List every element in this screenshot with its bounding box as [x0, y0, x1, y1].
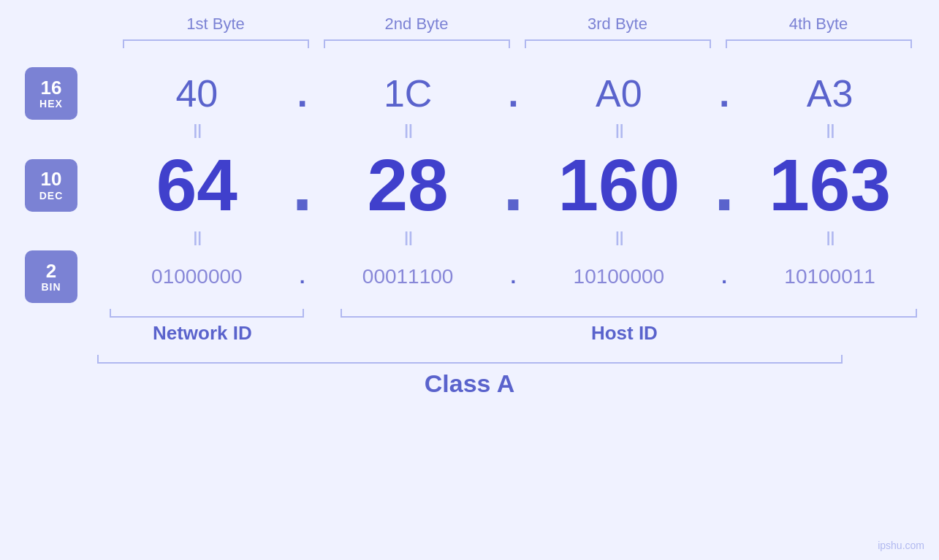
host-id-label: Host ID — [324, 322, 924, 345]
byte3-header: 3rd Byte — [517, 15, 718, 39]
dec-val-1: 64 — [102, 143, 292, 227]
hex-dot-1: . — [292, 72, 313, 115]
bottom-bracket-row — [102, 309, 924, 318]
bottom-labels-row: Network ID Host ID — [0, 309, 939, 345]
eq-1-3: II — [525, 120, 714, 143]
hex-dot-2: . — [503, 72, 525, 115]
dec-dot-2: . — [503, 143, 525, 227]
network-id-label: Network ID — [102, 322, 303, 345]
eq-2-2: II — [313, 227, 503, 250]
eq-2-3: II — [525, 227, 714, 250]
hex-badge-area: 16 HEX — [0, 67, 102, 120]
bracket-byte3 — [525, 39, 711, 48]
byte2-header: 2nd Byte — [316, 15, 517, 39]
eq-area-2: II II II II — [102, 227, 939, 250]
hex-badge-label: HEX — [39, 98, 63, 110]
hex-val-2: 1C — [313, 72, 503, 115]
dec-badge-num: 10 — [41, 169, 62, 190]
eq-1-2: II — [313, 120, 503, 143]
equals-row-1: II II II II — [0, 120, 939, 143]
hex-badge: 16 HEX — [25, 67, 77, 120]
dec-row: 10 DEC 64 . 28 . 160 . 163 — [0, 143, 939, 227]
bin-badge-area: 2 BIN — [0, 250, 102, 303]
dec-badge-label: DEC — [39, 190, 64, 202]
dot-spacer-b2 — [303, 322, 324, 345]
byte1-header: 1st Byte — [115, 15, 316, 39]
bin-val-2: 00011100 — [313, 265, 503, 288]
eq-2-4: II — [735, 227, 924, 250]
bracket-byte4 — [726, 39, 912, 48]
bin-dot-1: . — [292, 265, 313, 288]
class-row: Class A — [0, 355, 939, 398]
bracket-byte1 — [123, 39, 309, 48]
dec-val-4: 163 — [735, 143, 924, 227]
bin-badge: 2 BIN — [25, 250, 77, 303]
label-text-row: Network ID Host ID — [102, 322, 924, 345]
hex-val-4: A3 — [735, 72, 924, 115]
bin-dot-3: . — [713, 265, 735, 288]
eq-2-1: II — [102, 227, 292, 250]
bin-badge-label: BIN — [41, 281, 61, 293]
dec-badge: 10 DEC — [25, 159, 77, 212]
bin-badge-num: 2 — [46, 261, 56, 282]
hex-val-1: 40 — [102, 72, 292, 115]
hex-val-3: A0 — [525, 72, 714, 115]
bin-row: 2 BIN 01000000 . 00011100 . 10100000 . 1… — [0, 250, 939, 303]
dec-dot-1: . — [292, 143, 313, 227]
hex-dot-3: . — [713, 72, 735, 115]
dec-values-area: 64 . 28 . 160 . 163 — [102, 143, 939, 227]
dec-dot-3: . — [713, 143, 735, 227]
bin-dot-2: . — [503, 265, 525, 288]
eq-area-1: II II II II — [102, 120, 939, 143]
hex-badge-num: 16 — [41, 77, 62, 99]
byte-headers-row: 1st Byte 2nd Byte 3rd Byte 4th Byte — [115, 15, 919, 39]
eq-1-4: II — [735, 120, 924, 143]
labels-area: Network ID Host ID — [102, 309, 939, 345]
main-container: 1st Byte 2nd Byte 3rd Byte 4th Byte 16 H… — [0, 0, 939, 560]
hex-row: 16 HEX 40 . 1C . A0 . A3 — [0, 67, 939, 120]
equals-row-2: II II II II — [0, 227, 939, 250]
watermark: ipshu.com — [878, 540, 924, 551]
bracket-byte2 — [324, 39, 510, 48]
class-label: Class A — [425, 369, 514, 398]
dec-val-2: 28 — [313, 143, 503, 227]
dec-val-3: 160 — [525, 143, 714, 227]
bin-val-1: 01000000 — [102, 265, 292, 288]
top-brackets — [115, 39, 919, 53]
class-bracket — [97, 355, 843, 364]
net-id-bracket — [110, 309, 304, 318]
byte4-header: 4th Byte — [718, 15, 919, 39]
bin-val-3: 10100000 — [525, 265, 714, 288]
eq-1-1: II — [102, 120, 292, 143]
hex-values-area: 40 . 1C . A0 . A3 — [102, 72, 939, 115]
dec-badge-area: 10 DEC — [0, 159, 102, 212]
bin-val-4: 10100011 — [735, 265, 924, 288]
host-id-bracket — [341, 309, 917, 318]
bin-values-area: 01000000 . 00011100 . 10100000 . 1010001… — [102, 265, 939, 288]
